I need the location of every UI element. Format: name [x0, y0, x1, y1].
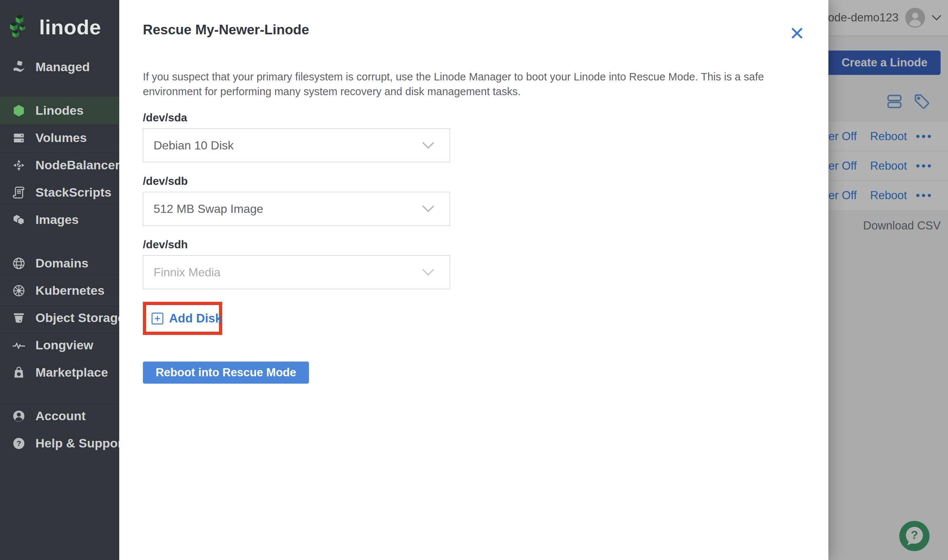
svg-text:?: ?	[17, 438, 22, 447]
sidebar-item-label: Longview	[35, 338, 93, 352]
sidebar: linode Managed Linodes Volumes	[0, 0, 119, 560]
close-icon	[789, 25, 805, 41]
hexagon-icon	[11, 104, 26, 118]
linode-cubes-icon	[8, 14, 32, 40]
modal-description: If you suspect that your primary filesys…	[143, 69, 807, 99]
sidebar-item-help-support[interactable]: ? Help & Support	[0, 429, 119, 457]
chevron-down-icon	[422, 205, 435, 213]
linode-logo[interactable]: linode	[0, 0, 119, 45]
field-label: /dev/sdh	[143, 238, 828, 251]
dev-sda-select[interactable]: Debian 10 Disk	[143, 128, 450, 162]
globe-icon	[11, 256, 26, 271]
server-stack-icon	[11, 131, 26, 145]
selected-value: Finnix Media	[154, 266, 220, 279]
plus-square-icon	[151, 312, 164, 325]
reboot-into-rescue-mode-button[interactable]: Reboot into Rescue Mode	[143, 362, 309, 384]
sidebar-item-label: Kubernetes	[35, 283, 105, 298]
bucket-icon	[11, 311, 26, 325]
sidebar-item-linodes[interactable]: Linodes	[0, 97, 119, 124]
field-label: /dev/sda	[143, 111, 828, 124]
chevron-down-icon	[422, 268, 435, 276]
scroll-icon	[11, 186, 26, 200]
sidebar-item-label: Managed	[35, 60, 90, 74]
selected-value: 512 MB Swap Image	[154, 202, 263, 216]
dev-sdh-select[interactable]: Finnix Media	[143, 255, 450, 289]
close-button[interactable]	[789, 25, 807, 42]
modal-title: Rescue My-Newer-Linode	[143, 22, 828, 38]
sidebar-item-label: Images	[35, 212, 79, 227]
sidebar-item-kubernetes[interactable]: Kubernetes	[0, 277, 119, 304]
logo-text: linode	[39, 15, 101, 39]
ship-wheel-icon	[11, 284, 26, 298]
add-disk-label: Add Disk	[169, 311, 222, 325]
dev-sdb-select[interactable]: 512 MB Swap Image	[143, 192, 450, 226]
sidebar-item-images[interactable]: Images	[0, 206, 119, 233]
sidebar-item-managed[interactable]: Managed	[0, 53, 119, 80]
field-dev-sdh: /dev/sdh Finnix Media	[143, 238, 828, 289]
sidebar-item-label: Domains	[35, 256, 89, 271]
sidebar-item-label: Linodes	[35, 103, 83, 118]
rescue-modal: Rescue My-Newer-Linode If you suspect th…	[119, 0, 828, 560]
field-dev-sda: /dev/sda Debian 10 Disk	[143, 111, 828, 162]
sidebar-item-label: Volumes	[35, 131, 87, 145]
sidebar-item-label: NodeBalancers	[35, 158, 119, 172]
field-label: /dev/sdb	[143, 175, 828, 188]
sidebar-item-longview[interactable]: Longview	[0, 331, 119, 358]
sidebar-item-label: Object Storage	[35, 311, 119, 325]
selected-value: Debian 10 Disk	[154, 139, 234, 152]
chevron-down-icon	[422, 141, 435, 149]
add-disk-button[interactable]: Add Disk	[146, 305, 219, 332]
sidebar-item-label: Marketplace	[35, 365, 108, 380]
sidebar-item-account[interactable]: Account	[0, 402, 119, 429]
sidebar-item-volumes[interactable]: Volumes	[0, 124, 119, 151]
field-dev-sdb: /dev/sdb 512 MB Swap Image	[143, 175, 828, 226]
person-circle-icon	[11, 409, 26, 423]
sidebar-item-stackscripts[interactable]: StackScripts	[0, 178, 119, 206]
double-hexagon-icon	[11, 213, 26, 227]
sidebar-item-label: Account	[35, 409, 86, 423]
sidebar-item-object-storage[interactable]: Object Storage	[0, 304, 119, 331]
sidebar-item-label: Help & Support	[35, 436, 119, 451]
pulse-icon	[11, 338, 26, 352]
sidebar-item-label: StackScripts	[35, 185, 111, 200]
sidebar-item-nodebalancers[interactable]: NodeBalancers	[0, 151, 119, 178]
node-cluster-icon	[11, 158, 26, 172]
sidebar-item-marketplace[interactable]: Marketplace	[0, 358, 119, 386]
hand-holding-box-icon	[11, 60, 26, 74]
shopping-bag-icon	[11, 366, 26, 380]
sidebar-item-domains[interactable]: Domains	[0, 249, 119, 277]
question-circle-icon: ?	[11, 437, 26, 451]
red-highlight-annotation: Add Disk	[143, 302, 222, 335]
